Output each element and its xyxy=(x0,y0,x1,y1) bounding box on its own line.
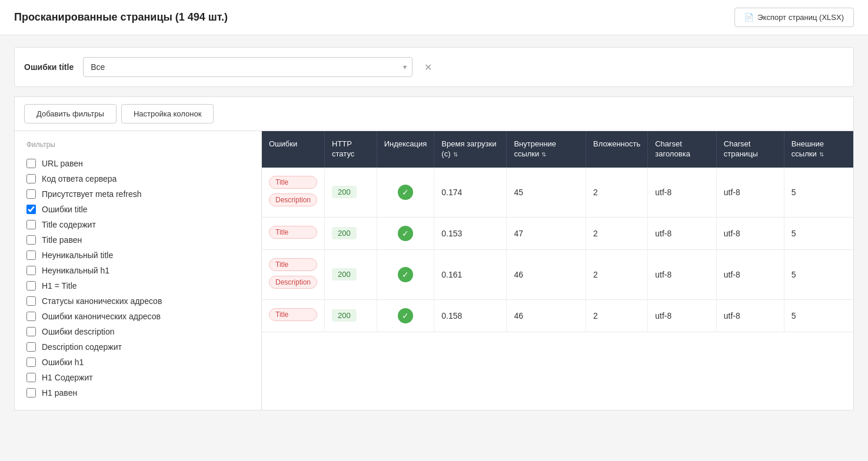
col-header-load-time[interactable]: Время загрузки (с)⇅ xyxy=(434,131,507,168)
indexation-check-icon: ✓ xyxy=(398,185,413,200)
filter-checkbox-meta-refresh[interactable] xyxy=(26,189,36,199)
cell-http-status-1: 200 xyxy=(325,217,377,249)
filter-item-url-equals[interactable]: URL равен xyxy=(26,156,250,171)
filter-item-h1-equals-title[interactable]: H1 = Title xyxy=(26,278,250,293)
col-header-external-links[interactable]: Внешние ссылки⇅ xyxy=(784,131,853,168)
filter-checkbox-canonical-errors[interactable] xyxy=(26,312,36,321)
filter-checkbox-canonical-statuses[interactable] xyxy=(26,296,36,306)
cell-internal-links-0: 45 xyxy=(507,168,586,218)
filter-item-title-equals[interactable]: Title равен xyxy=(26,232,250,248)
filter-label: Ошибки title xyxy=(24,62,74,72)
cell-errors-2: TitleDescription xyxy=(262,249,325,299)
cell-nesting-1: 2 xyxy=(586,217,648,249)
export-button[interactable]: 📄 Экспорт страниц (XLSX) xyxy=(734,8,854,27)
title-badge: Title xyxy=(269,258,317,271)
clear-filter-button[interactable]: ✕ xyxy=(422,59,434,75)
cell-errors-1: Title xyxy=(262,217,325,249)
title-badge: Title xyxy=(269,308,317,321)
cell-indexation-3: ✓ xyxy=(377,299,434,332)
filter-checkbox-description-errors[interactable] xyxy=(26,327,36,336)
filter-checkbox-h1-equals[interactable] xyxy=(26,388,36,397)
filter-checkbox-title-contains[interactable] xyxy=(26,220,36,229)
cell-nesting-2: 2 xyxy=(586,249,648,299)
filter-checkbox-h1-equals-title[interactable] xyxy=(26,281,36,290)
http-status-badge: 200 xyxy=(332,227,357,239)
filter-item-label: Description содержит xyxy=(42,342,122,352)
filter-item-title-errors[interactable]: Ошибки title xyxy=(26,202,250,217)
filter-item-meta-refresh[interactable]: Присутствует meta refresh xyxy=(26,186,250,202)
filter-item-label: Статусы канонических адресов xyxy=(42,296,162,306)
cell-errors-3: Title xyxy=(262,299,325,332)
cell-http-status-3: 200 xyxy=(325,299,377,332)
filter-checkbox-non-unique-title[interactable] xyxy=(26,250,36,260)
filter-checkbox-title-equals[interactable] xyxy=(26,235,36,245)
filter-select[interactable]: Все xyxy=(83,57,413,77)
filters-panel-title: Фильтры xyxy=(26,141,250,149)
col-header-internal-links[interactable]: Внутренние ссылки⇅ xyxy=(507,131,586,168)
cell-nesting-0: 2 xyxy=(586,168,648,218)
filter-checkbox-server-response-code[interactable] xyxy=(26,174,36,183)
col-header-charset-header: Charset заголовка xyxy=(648,131,717,168)
filter-item-server-response-code[interactable]: Код ответа сервера xyxy=(26,171,250,186)
cell-charset-header-1: utf-8 xyxy=(648,217,717,249)
table-wrapper: ОшибкиHTTP статусИндексацияВремя загрузк… xyxy=(261,131,854,410)
description-badge: Description xyxy=(269,276,317,289)
filter-item-canonical-errors[interactable]: Ошибки канонических адресов xyxy=(26,309,250,324)
filter-item-description-errors[interactable]: Ошибки description xyxy=(26,324,250,339)
filter-item-h1-errors[interactable]: Ошибки h1 xyxy=(26,355,250,370)
filter-item-canonical-statuses[interactable]: Статусы канонических адресов xyxy=(26,293,250,309)
filter-item-label: H1 равен xyxy=(42,388,77,397)
indexation-check-icon: ✓ xyxy=(398,226,413,241)
col-header-charset-page: Charset страницы xyxy=(716,131,784,168)
cell-charset-header-0: utf-8 xyxy=(648,168,717,218)
filter-checkbox-non-unique-h1[interactable] xyxy=(26,266,36,275)
filter-item-label: Ошибки title xyxy=(42,205,88,214)
export-icon: 📄 xyxy=(744,13,754,22)
configure-columns-button[interactable]: Настройка колонок xyxy=(121,104,214,123)
cell-http-status-0: 200 xyxy=(325,168,377,218)
cell-external-links-2: 5 xyxy=(784,249,853,299)
filter-item-title-contains[interactable]: Title содержит xyxy=(26,217,250,232)
http-status-badge: 200 xyxy=(332,309,357,322)
filter-checkbox-url-equals[interactable] xyxy=(26,159,36,168)
filter-checkbox-description-contains[interactable] xyxy=(26,342,36,352)
filter-select-wrapper: Все ▾ xyxy=(83,57,413,77)
col-header-nesting: Вложенность xyxy=(586,131,648,168)
cell-indexation-2: ✓ xyxy=(377,249,434,299)
table-row: TitleDescription200✓0.174452utf-8utf-85 xyxy=(262,168,853,218)
http-status-badge: 200 xyxy=(332,268,357,280)
filter-item-label: Ошибки description xyxy=(42,327,115,336)
cell-external-links-1: 5 xyxy=(784,217,853,249)
indexation-check-icon: ✓ xyxy=(398,308,413,323)
cell-external-links-0: 5 xyxy=(784,168,853,218)
col-header-errors: Ошибки xyxy=(262,131,325,168)
filter-item-non-unique-title[interactable]: Неуникальный title xyxy=(26,248,250,263)
title-badge: Title xyxy=(269,226,317,239)
filter-checkbox-h1-contains[interactable] xyxy=(26,373,36,382)
cell-charset-page-2: utf-8 xyxy=(716,249,784,299)
sort-icon-load-time: ⇅ xyxy=(453,151,458,158)
filter-checkbox-title-errors[interactable] xyxy=(26,205,36,214)
cell-charset-page-0: utf-8 xyxy=(716,168,784,218)
cell-indexation-0: ✓ xyxy=(377,168,434,218)
cell-internal-links-2: 46 xyxy=(507,249,586,299)
cell-errors-0: TitleDescription xyxy=(262,168,325,218)
filter-checkbox-h1-errors[interactable] xyxy=(26,358,36,367)
cell-charset-page-1: utf-8 xyxy=(716,217,784,249)
filter-item-non-unique-h1[interactable]: Неуникальный h1 xyxy=(26,263,250,278)
filter-item-description-contains[interactable]: Description содержит xyxy=(26,339,250,355)
description-badge: Description xyxy=(269,193,317,206)
filter-item-h1-contains[interactable]: H1 Содержит xyxy=(26,370,250,385)
col-header-indexation: Индексация xyxy=(377,131,434,168)
filter-item-label: H1 = Title xyxy=(42,281,77,290)
cell-external-links-3: 5 xyxy=(784,299,853,332)
add-filters-button[interactable]: Добавить фильтры xyxy=(24,104,117,123)
filter-item-label: URL равен xyxy=(42,159,83,168)
indexation-check-icon: ✓ xyxy=(398,267,413,282)
cell-load-time-1: 0.153 xyxy=(434,217,507,249)
filter-item-h1-equals[interactable]: H1 равен xyxy=(26,385,250,400)
filter-item-label: Ошибки h1 xyxy=(42,358,84,367)
filter-item-label: Неуникальный title xyxy=(42,250,113,260)
table-row: Title200✓0.158462utf-8utf-85 xyxy=(262,299,853,332)
filter-item-label: Title равен xyxy=(42,235,82,245)
